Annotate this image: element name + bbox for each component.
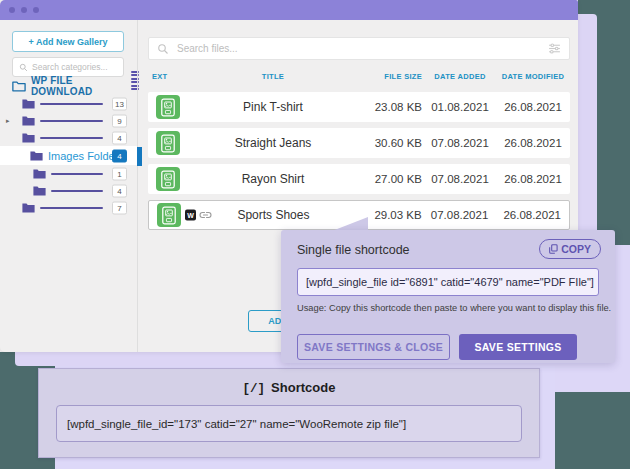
screenshot-stage: + Add New Gallery Search categories... W… — [0, 0, 630, 469]
wordpress-badge-icon: W — [185, 210, 196, 221]
shortcode-panel: [/]Shortcode [wpfd_single_file_id="173" … — [38, 368, 540, 458]
folder-icon — [22, 202, 35, 213]
file-title: Rayon Shirt — [188, 172, 358, 186]
window-dot-icon[interactable] — [9, 7, 15, 13]
sidebar-item[interactable]: 1 — [0, 165, 137, 182]
category-count-badge: 4 — [112, 131, 127, 144]
sidebar-item[interactable]: 4 — [0, 182, 137, 199]
file-title: Sports Shoes — [189, 208, 358, 222]
window-dot-icon[interactable] — [21, 7, 27, 13]
category-search-placeholder: Search categories... — [32, 62, 108, 72]
sidebar-root-folder[interactable]: WP FILE DOWNLOAD — [12, 77, 137, 95]
category-tree: 13▸94Images Folder4147 — [0, 95, 137, 216]
file-table: Pink T-shirt23.08 KB01.08.202126.08.2021… — [148, 92, 570, 236]
row-badges: W — [185, 210, 212, 221]
category-count-badge: 4 — [112, 184, 127, 197]
image-file-icon — [159, 134, 177, 153]
file-date-modified: 26.08.2021 — [495, 209, 569, 221]
image-file-icon — [159, 98, 177, 117]
copy-icon — [549, 244, 558, 254]
sidebar-item[interactable]: 7 — [0, 199, 137, 216]
window-titlebar — [0, 0, 578, 20]
category-count-badge: 9 — [112, 114, 127, 127]
file-size: 23.08 KB — [358, 101, 424, 113]
redacted-category-name — [40, 103, 103, 105]
file-size: 27.00 KB — [358, 173, 424, 185]
file-type-icon — [156, 131, 180, 155]
sidebar-item[interactable]: ▸9 — [0, 112, 137, 129]
link-icon — [199, 210, 212, 221]
image-file-icon — [159, 170, 177, 189]
category-count-badge: 1 — [112, 167, 127, 180]
add-new-gallery-button[interactable]: + Add New Gallery — [12, 31, 124, 52]
file-search-placeholder: Search files... — [177, 43, 540, 54]
file-date-modified: 26.08.2021 — [496, 101, 570, 113]
category-count-badge: 13 — [112, 97, 127, 110]
redacted-category-name — [40, 137, 103, 139]
sidebar-divider — [137, 20, 138, 352]
sidebar-item[interactable]: 13 — [0, 95, 137, 112]
file-type-icon — [157, 203, 181, 227]
copy-button-label: COPY — [561, 243, 591, 255]
file-date-modified: 26.08.2021 — [496, 137, 570, 149]
popup-shortcode-value[interactable]: [wpfd_single_file id="6891" catid="4679"… — [297, 268, 599, 296]
redacted-category-name — [40, 120, 103, 122]
category-search-input[interactable]: Search categories... — [12, 57, 124, 77]
file-title: Straight Jeans — [188, 136, 358, 150]
column-header-file-size[interactable]: FILE SIZE — [358, 72, 424, 81]
redacted-category-name — [51, 173, 103, 175]
save-settings-close-button[interactable]: SAVE SETTINGS & CLOSE — [297, 334, 450, 360]
column-header-ext[interactable]: EXT — [148, 72, 188, 81]
shortcode-panel-title-text: Shortcode — [271, 380, 335, 395]
sidebar-item[interactable]: 4 — [0, 129, 137, 146]
selected-category-indicator — [137, 147, 142, 166]
file-type-icon — [156, 167, 180, 191]
folder-icon — [33, 185, 46, 196]
folder-icon — [22, 98, 35, 109]
single-file-shortcode-popup: Single file shortcode COPY [wpfd_single_… — [281, 230, 615, 363]
column-header-date-added[interactable]: DATE ADDED — [424, 72, 496, 81]
popup-title: Single file shortcode — [297, 243, 410, 257]
folder-icon — [22, 132, 35, 143]
column-header-date-modified[interactable]: DATE MODIFIED — [496, 72, 570, 81]
shortcode-panel-value[interactable]: [wpfd_single_file_id="173" catid="27" na… — [56, 405, 522, 442]
sidebar-item-images-folder[interactable]: Images Folder4 — [0, 146, 137, 165]
category-label: Images Folder — [48, 150, 118, 162]
file-date-modified: 26.08.2021 — [496, 173, 570, 185]
search-icon — [157, 43, 169, 55]
file-row-rayon-shirt[interactable]: Rayon Shirt27.00 KB07.08.202126.08.2021 — [148, 164, 570, 194]
filter-sliders-icon[interactable] — [548, 43, 561, 54]
redacted-category-name — [51, 190, 103, 192]
popup-usage-text: Usage: Copy this shortcode then paste to… — [297, 303, 611, 313]
file-search-input[interactable]: Search files... — [148, 37, 570, 60]
sidebar-root-label: WP FILE DOWNLOAD — [31, 75, 137, 97]
copy-shortcode-button[interactable]: COPY — [539, 239, 601, 259]
expand-arrow-icon[interactable]: ▸ — [6, 117, 10, 125]
folder-icon — [22, 115, 35, 126]
file-date-added: 07.08.2021 — [424, 173, 496, 185]
file-type-icon — [156, 95, 180, 119]
file-title: Pink T-shirt — [188, 100, 358, 114]
sidebar: + Add New Gallery Search categories... W… — [0, 20, 137, 352]
file-size: 30.60 KB — [358, 137, 424, 149]
redacted-category-name — [40, 207, 103, 209]
file-row-straight-jeans[interactable]: Straight Jeans30.60 KB07.08.202126.08.20… — [148, 128, 570, 158]
image-file-icon — [160, 206, 178, 225]
window-dot-icon[interactable] — [33, 7, 39, 13]
table-header: EXTTITLEFILE SIZEDATE ADDEDDATE MODIFIED — [148, 72, 570, 81]
file-date-added: 01.08.2021 — [424, 101, 496, 113]
folder-outline-icon — [12, 80, 26, 92]
code-brackets-icon: [/] — [243, 382, 266, 396]
save-settings-button[interactable]: SAVE SETTINGS — [459, 334, 577, 360]
shortcode-panel-title: [/]Shortcode — [39, 380, 539, 396]
search-icon — [19, 63, 28, 72]
folder-icon — [30, 150, 43, 161]
category-count-badge: 4 — [112, 149, 127, 162]
file-date-added: 07.08.2021 — [424, 209, 496, 221]
column-header-title[interactable]: TITLE — [188, 72, 358, 81]
file-date-added: 07.08.2021 — [424, 137, 496, 149]
file-row-pink-t-shirt[interactable]: Pink T-shirt23.08 KB01.08.202126.08.2021 — [148, 92, 570, 122]
folder-icon — [33, 168, 46, 179]
category-count-badge: 7 — [112, 201, 127, 214]
